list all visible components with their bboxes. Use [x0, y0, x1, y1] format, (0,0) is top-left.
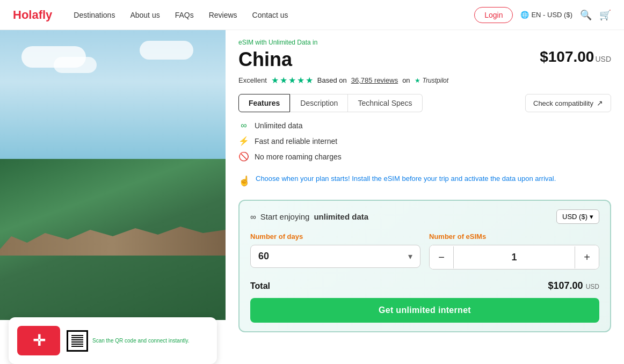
cloud-3 [140, 41, 193, 60]
check-compat-label: Check compatibility [533, 99, 593, 107]
product-header: China $107.00USD [238, 48, 611, 71]
features-list: ∞ Unlimited data ⚡ Fast and reliable int… [238, 121, 611, 162]
price-currency: USD [595, 55, 611, 63]
product-image-panel: ✛ Scan the QR code and connect instantly… [0, 30, 226, 364]
tab-features[interactable]: Features [238, 94, 290, 112]
cloud-2 [54, 57, 97, 73]
product-title: China [238, 48, 292, 71]
infinity-icon: ∞ [238, 121, 249, 130]
nav-about[interactable]: About us [130, 11, 159, 19]
plan-title-prefix: Start enjoying [260, 212, 310, 221]
esim-count-value: 1 [453, 246, 575, 268]
tab-technical-specs[interactable]: Technical Specs [348, 94, 422, 112]
reviews-based-on: Based on [317, 76, 347, 84]
feature-item-fast: ⚡ Fast and reliable internet [238, 136, 611, 146]
cart-button[interactable]: 🛒 [599, 9, 611, 21]
notice-row: ☝️ Choose when your plan starts! Install… [238, 170, 611, 191]
feature-text-fast: Fast and reliable internet [255, 137, 337, 145]
qr-text: Scan the QR code and connect instantly. [92, 337, 189, 345]
currency-label: USD ($) [562, 213, 587, 221]
esim-increase-button[interactable]: + [575, 245, 599, 269]
product-price-wrapper: $107.00USD [540, 48, 611, 65]
total-currency: USD [586, 283, 599, 290]
product-details-panel: eSIM with Unlimited Data in China $107.0… [226, 30, 624, 364]
notice-content: Choose when your plan starts! Install th… [256, 174, 556, 183]
star-1: ★ [271, 75, 279, 85]
nav-reviews[interactable]: Reviews [209, 11, 237, 19]
nav-faqs[interactable]: FAQs [175, 11, 194, 19]
star-5-half: ★ [306, 75, 313, 85]
search-icon: 🔍 [580, 10, 592, 20]
rating-word: Excellent [238, 76, 267, 84]
star-2: ★ [280, 75, 287, 85]
tabs: Features Description Technical Specs [238, 94, 423, 112]
esim-group: Number of eSIMs − 1 + [429, 232, 599, 270]
esim-card: ✛ Scan the QR code and connect instantly… [9, 317, 217, 364]
plan-header: ∞ Start enjoying unlimited data USD ($) … [250, 209, 599, 224]
external-link-icon: ↗ [597, 99, 603, 107]
nav-links: Destinations About us FAQs Reviews Conta… [74, 11, 474, 19]
esim-counter: − 1 + [429, 245, 599, 270]
infinity-plan-icon: ∞ [250, 212, 256, 221]
check-compatibility-button[interactable]: Check compatibility ↗ [525, 94, 611, 112]
trustpilot-badge: ★ Trustpilot [415, 77, 448, 84]
tabs-row: Features Description Technical Specs Che… [238, 94, 611, 112]
qr-inner [68, 332, 86, 350]
qr-area: Scan the QR code and connect instantly. [67, 330, 208, 352]
product-price: $107.00USD [540, 48, 611, 65]
lang-label: EN - USD ($) [531, 11, 572, 19]
feature-item-unlimited: ∞ Unlimited data [238, 121, 611, 130]
esim-card-info: Scan the QR code and connect instantly. [67, 330, 208, 352]
main-container: ✛ Scan the QR code and connect instantly… [0, 30, 624, 364]
navbar: Holafly Destinations About us FAQs Revie… [0, 0, 624, 30]
total-price-value: $107.00 [548, 280, 583, 291]
days-chevron: ▾ [408, 251, 412, 261]
logo-text: Holafly [13, 8, 52, 22]
breadcrumb-text: eSIM with Unlimited Data in [238, 39, 317, 46]
plan-controls: Number of days 60 ▾ Number of eSIMs − 1 … [250, 232, 599, 270]
currency-selector[interactable]: USD ($) ▾ [556, 209, 599, 224]
search-button[interactable]: 🔍 [580, 9, 592, 21]
login-button[interactable]: Login [474, 7, 513, 23]
language-selector[interactable]: 🌐 EN - USD ($) [520, 11, 572, 19]
globe-icon: 🌐 [520, 11, 529, 19]
reviews-on: on [402, 76, 410, 84]
qr-pattern [71, 335, 83, 347]
total-price: $107.00 USD [548, 280, 599, 292]
nav-right: Login 🌐 EN - USD ($) 🔍 🛒 [474, 7, 611, 23]
days-value: 60 [258, 251, 269, 262]
star-4: ★ [297, 75, 304, 85]
esim-label: Number of eSIMs [429, 232, 599, 241]
hero-image [0, 30, 226, 320]
price-value: $107.00 [540, 48, 594, 65]
nav-contact[interactable]: Contact us [252, 11, 288, 19]
reviews-row: Excellent ★ ★ ★ ★ ★ Based on 36,785 revi… [238, 75, 611, 85]
notice-text: Choose when your plan starts! Install th… [256, 174, 556, 183]
trustpilot-star: ★ [415, 77, 420, 84]
buy-button[interactable]: Get unlimited internet [250, 298, 599, 323]
reviews-link[interactable]: 36,785 reviews [351, 76, 398, 84]
total-row: Total $107.00 USD [250, 280, 599, 292]
star-3: ★ [288, 75, 296, 85]
days-label: Number of days [250, 232, 420, 241]
tab-description[interactable]: Description [290, 94, 348, 112]
days-group: Number of days 60 ▾ [250, 232, 420, 270]
feature-text-unlimited: Unlimited data [255, 121, 303, 130]
star-rating: ★ ★ ★ ★ ★ [271, 75, 313, 85]
feature-text-roaming: No more roaming charges [255, 152, 342, 161]
no-roaming-icon: 🚫 [238, 151, 249, 162]
esim-card-logo: ✛ [17, 326, 60, 355]
nav-destinations[interactable]: Destinations [74, 11, 115, 19]
plan-selector: ∞ Start enjoying unlimited data USD ($) … [238, 200, 611, 332]
breadcrumb: eSIM with Unlimited Data in [238, 39, 611, 46]
plan-title: ∞ Start enjoying unlimited data [250, 212, 368, 221]
trustpilot-name: Trustpilot [423, 77, 448, 84]
logo-link[interactable]: Holafly [13, 8, 52, 22]
total-label: Total [250, 281, 270, 291]
esim-logo-letter: ✛ [33, 332, 45, 350]
qr-code-image [67, 330, 88, 352]
lightning-icon: ⚡ [238, 136, 249, 146]
days-select[interactable]: 60 ▾ [250, 245, 420, 268]
esim-decrease-button[interactable]: − [430, 245, 453, 269]
notice-icon: ☝️ [238, 175, 250, 187]
